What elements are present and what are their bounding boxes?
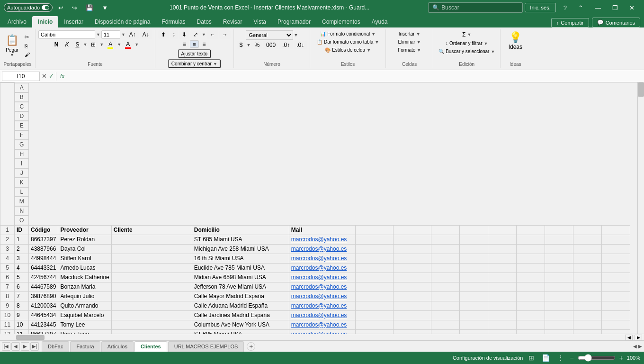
table-cell[interactable]: marcrodos@yahoo.es xyxy=(289,273,355,282)
table-cell[interactable]: ID xyxy=(15,225,29,235)
table-cell[interactable] xyxy=(573,301,601,310)
underline-dropdown-icon[interactable]: ▼ xyxy=(83,42,87,47)
table-cell[interactable] xyxy=(431,310,459,320)
table-cell[interactable]: 4 xyxy=(15,263,29,273)
formula-input[interactable] xyxy=(68,72,642,81)
zoom-slider[interactable] xyxy=(578,354,616,362)
table-cell[interactable]: Macduck Catherine xyxy=(58,273,111,282)
add-sheet-button[interactable]: + xyxy=(247,342,255,351)
table-cell[interactable]: 44998444 xyxy=(29,254,58,263)
table-cell[interactable]: 11 xyxy=(15,329,29,334)
copy-button[interactable]: ⎘ xyxy=(22,42,32,50)
table-cell[interactable]: 41200034 xyxy=(29,301,58,310)
merge-center-button[interactable]: Combinar y centrar ▼ xyxy=(168,59,221,68)
table-cell[interactable]: 6 xyxy=(15,282,29,291)
table-cell[interactable] xyxy=(545,225,573,235)
table-cell[interactable] xyxy=(545,291,573,301)
table-cell[interactable] xyxy=(431,282,459,291)
table-cell[interactable] xyxy=(573,310,601,320)
table-cell[interactable] xyxy=(431,263,459,273)
font-size-input[interactable] xyxy=(101,30,120,39)
col-header-J[interactable]: J xyxy=(15,168,29,178)
table-cell[interactable] xyxy=(111,254,192,263)
table-cell[interactable] xyxy=(573,329,601,334)
format-table-dropdown-icon[interactable]: ▼ xyxy=(375,40,379,45)
table-cell[interactable] xyxy=(431,254,459,263)
font-family-dropdown-icon[interactable]: ▼ xyxy=(96,32,100,37)
help-button[interactable]: ? xyxy=(558,0,572,15)
table-cell[interactable] xyxy=(111,301,192,310)
row-number[interactable]: 5 xyxy=(0,263,15,273)
restore-button[interactable]: ❐ xyxy=(607,0,624,15)
align-top-button[interactable]: ⬆ xyxy=(158,30,169,39)
table-cell[interactable] xyxy=(459,329,488,334)
table-cell[interactable] xyxy=(488,273,516,282)
table-cell[interactable] xyxy=(488,254,516,263)
row-number[interactable]: 9 xyxy=(0,301,15,310)
table-cell[interactable] xyxy=(355,273,393,282)
autosave-toggle-switch[interactable] xyxy=(42,5,49,10)
row-number[interactable]: 7 xyxy=(0,282,15,291)
table-cell[interactable] xyxy=(573,320,601,329)
table-cell[interactable]: 9 xyxy=(15,310,29,320)
table-cell[interactable] xyxy=(111,273,192,282)
table-cell[interactable]: marcrodos@yahoo.es xyxy=(289,282,355,291)
col-header-G[interactable]: G xyxy=(15,140,29,149)
table-cell[interactable] xyxy=(573,254,601,263)
percent-button[interactable]: % xyxy=(251,41,262,49)
col-header-N[interactable]: N xyxy=(15,206,29,216)
text-direction-button[interactable]: ⤢ xyxy=(190,30,201,39)
table-cell[interactable] xyxy=(355,310,393,320)
table-cell[interactable]: marcrodos@yahoo.es xyxy=(289,329,355,334)
row-number[interactable]: 4 xyxy=(0,254,15,263)
format-dropdown-icon[interactable]: ▼ xyxy=(417,48,421,53)
sort-filter-button[interactable]: ↕ Ordenar y filtrar ▼ xyxy=(443,40,490,47)
col-header-M[interactable]: M xyxy=(15,197,29,206)
close-button[interactable]: ✕ xyxy=(624,0,640,15)
table-cell[interactable] xyxy=(516,282,545,291)
table-cell[interactable] xyxy=(545,301,573,310)
table-cell[interactable] xyxy=(573,225,601,235)
tab-programador[interactable]: Programador xyxy=(272,16,316,27)
table-cell[interactable] xyxy=(545,254,573,263)
login-button[interactable]: Inic. ses. xyxy=(525,3,555,12)
table-cell[interactable] xyxy=(516,244,545,254)
table-cell[interactable] xyxy=(488,244,516,254)
table-cell[interactable]: 5 xyxy=(15,273,29,282)
table-cell[interactable]: Perez Roldan xyxy=(58,235,111,244)
table-cell[interactable] xyxy=(601,273,630,282)
table-cell[interactable]: 16 th St Miami USA xyxy=(192,254,289,263)
function-wizard-button[interactable]: fx xyxy=(58,73,66,80)
table-cell[interactable] xyxy=(355,244,393,254)
row-number[interactable]: 10 xyxy=(0,310,15,320)
row-number[interactable]: 2 xyxy=(0,235,15,244)
table-cell[interactable]: marcrodos@yahoo.es xyxy=(289,244,355,254)
tab-insertar[interactable]: Insertar xyxy=(58,16,89,27)
table-cell[interactable] xyxy=(111,310,192,320)
table-cell[interactable] xyxy=(459,235,488,244)
delete-dropdown-icon[interactable]: ▼ xyxy=(417,40,421,45)
table-cell[interactable] xyxy=(431,273,459,282)
table-cell[interactable] xyxy=(459,320,488,329)
align-center-button[interactable]: ≡ xyxy=(190,40,198,48)
table-cell[interactable]: Stiffen Karol xyxy=(58,254,111,263)
table-cell[interactable] xyxy=(431,301,459,310)
table-cell[interactable] xyxy=(488,263,516,273)
table-cell[interactable] xyxy=(459,254,488,263)
table-cell[interactable] xyxy=(601,310,630,320)
save-button[interactable]: 💾 xyxy=(83,3,96,12)
autosum-dropdown-icon[interactable]: ▼ xyxy=(467,32,471,37)
customize-button[interactable]: ▼ xyxy=(99,3,111,12)
conditional-format-button[interactable]: 📊 Formato condicional ▼ xyxy=(318,30,378,37)
table-cell[interactable] xyxy=(393,263,431,273)
ribbon-toggle-button[interactable]: ⌃ xyxy=(572,0,589,15)
table-cell[interactable] xyxy=(573,235,601,244)
table-cell[interactable]: ST 685 Miami USA xyxy=(192,329,289,334)
table-cell[interactable] xyxy=(488,291,516,301)
bold-button[interactable]: N xyxy=(52,40,62,49)
insert-button[interactable]: Insertar ▼ xyxy=(396,30,423,37)
vertical-scrollbar[interactable] xyxy=(637,82,644,334)
decimal-decrease-button[interactable]: .0↓ xyxy=(294,41,307,49)
table-cell[interactable] xyxy=(573,244,601,254)
col-header-E[interactable]: E xyxy=(15,121,29,130)
